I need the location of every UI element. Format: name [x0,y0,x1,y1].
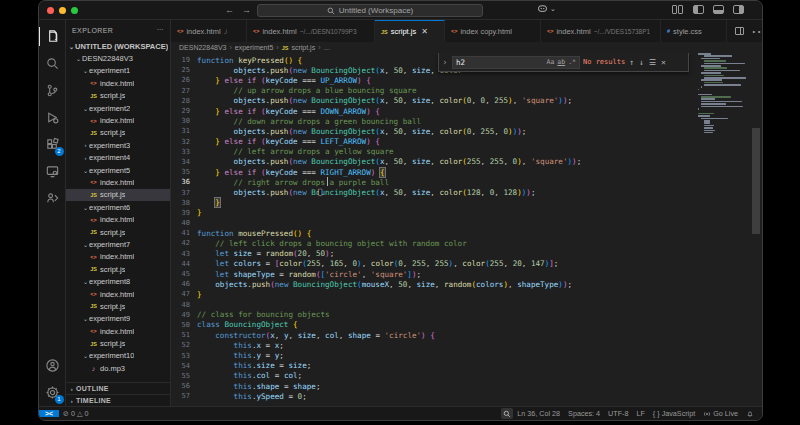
activity-live-share[interactable] [39,185,66,212]
code-editor[interactable]: 19function keyPressed() {25 objects.push… [171,53,762,406]
find-input[interactable]: h2 Aa ab .* [452,56,580,69]
breadcrumb[interactable]: DESN22848V3›experiment5›JSscript.js›… [171,42,762,53]
code-line[interactable]: 33 // left arrow drops a yellow square [171,147,700,157]
tab-close-icon[interactable]: ✕ [421,27,428,36]
code-line[interactable]: 56 this.shape = shape; [171,381,700,391]
tab-index-copy-html[interactable]: <>index copy.html [445,20,541,42]
nav-back-icon[interactable]: ← [225,5,234,15]
tab-style-css[interactable]: #style.css [661,20,727,42]
zoom-indicator[interactable] [501,408,513,419]
tab-index-html[interactable]: <>index.html~/.../DESN10799P3 [247,20,375,42]
activity-run-debug[interactable] [39,104,66,131]
tree-item-index-html[interactable]: <>index.html [66,176,170,188]
code-line[interactable]: 36 // right arrow drops a purple ball [171,177,700,187]
code-line[interactable]: 51 constructor(x, y, size, col, shape = … [171,330,700,340]
code-line[interactable]: 50class BouncingObject { [171,320,700,330]
code-area[interactable]: 19function keyPressed() {25 objects.push… [171,55,700,401]
tree-item-index-html[interactable]: <>index.html [66,325,170,337]
tree-item-index-html[interactable]: <>index.html [66,213,170,225]
minimize-window-button[interactable] [59,7,66,14]
tree-item-untitled-workspace-[interactable]: ⌄UNTITLED (WORKSPACE) [66,40,170,52]
tree-item-script-js[interactable]: JSscript.js [66,127,170,139]
toggle-panel-icon[interactable] [713,5,724,14]
find-close-icon[interactable]: ✕ [660,58,667,67]
copilot-menu[interactable]: ⌄ [537,4,556,14]
code-line[interactable]: 47} [171,289,700,299]
tab-index-html[interactable]: <>index.html./ [171,20,247,42]
find-expand-icon[interactable]: › [441,58,449,67]
code-line[interactable]: 54 this.size = size; [171,361,700,371]
tree-item-index-html[interactable]: <>index.html [66,77,170,89]
code-line[interactable]: 41function mousePressed() { [171,228,700,238]
notifications-button[interactable] [742,409,758,418]
code-line[interactable]: 48 [171,300,700,310]
outline-panel-header[interactable]: › OUTLINE [66,382,170,394]
tree-item-experiment10[interactable]: ⌄experiment10 [66,350,170,362]
breadcrumb-item[interactable]: script.js [291,44,315,51]
code-line[interactable]: 43 let size = random(20, 50); [171,249,700,259]
cursor-position[interactable]: Ln 36, Col 28 [513,409,564,418]
tree-item-experiment4[interactable]: ›experiment4 [66,152,170,164]
problems-indicator[interactable]: ⊘0 △0 [59,409,93,418]
toggle-primary-sidebar-icon[interactable] [693,5,704,14]
code-line[interactable]: 34 objects.push(new BouncingObject(x, 50… [171,157,700,167]
code-line[interactable]: 37 objects.push(new BouncingObject(x, 50… [171,187,700,197]
code-line[interactable]: 57 this.ySpeed = 0; [171,391,700,401]
code-line[interactable]: 52 this.x = x; [171,340,700,350]
find-previous-icon[interactable]: ↑ [628,58,635,67]
code-line[interactable]: 28 objects.push(new BouncingObject(x, 50… [171,96,700,106]
timeline-panel-header[interactable]: › TIMELINE [66,394,170,406]
command-center-search[interactable]: Untitled (Workspace) [257,4,483,17]
tree-item-experiment9[interactable]: ⌄experiment9 [66,313,170,325]
tree-item-script-js[interactable]: JSscript.js [66,90,170,102]
tab-more-actions-icon[interactable]: ⋯ [751,22,763,41]
customize-layout-icon[interactable] [672,5,684,14]
language-mode[interactable]: { } JavaScript [649,409,699,418]
tree-item-script-js[interactable]: JSscript.js [66,226,170,238]
code-line[interactable]: 32 } else if (keyCode === LEFT_ARROW) { [171,137,700,147]
find-in-selection-icon[interactable]: ☰ [648,58,657,67]
tree-item-script-js[interactable]: JSscript.js [66,337,170,349]
code-line[interactable]: 55 this.col = col; [171,371,700,381]
code-line[interactable]: 40 [171,218,700,228]
tree-item-desn22848v3[interactable]: ⌄DESN22848V3 [66,52,170,64]
tree-item-script-js[interactable]: JSscript.js [66,189,170,201]
tree-item-index-html[interactable]: <>index.html [66,288,170,300]
tab-script-js[interactable]: JSscript.js✕ [375,20,445,42]
tree-item-experiment3[interactable]: ›experiment3 [66,139,170,151]
maximize-window-button[interactable] [71,7,78,14]
code-line[interactable]: 53 this.y = y; [171,350,700,360]
breadcrumb-item[interactable]: DESN22848V3 [179,44,226,51]
breadcrumb-item[interactable]: … [324,44,331,51]
go-live-button[interactable]: Go Live [699,409,742,418]
tree-item-experiment8[interactable]: ⌄experiment8 [66,275,170,287]
activity-remote-explorer[interactable] [39,158,66,185]
find-next-icon[interactable]: ↓ [638,58,645,67]
encoding-setting[interactable]: UTF-8 [604,409,632,418]
minimap[interactable] [698,53,744,406]
code-line[interactable]: 31 objects.push(new BouncingObject(x, 50… [171,126,700,136]
tree-item-do-mp3[interactable]: ♪do.mp3 [66,362,170,374]
code-line[interactable]: 44 let colors = [color(255, 165, 0), col… [171,259,700,269]
toggle-secondary-sidebar-icon[interactable] [733,5,744,14]
settings-button[interactable]: 1 [39,379,66,406]
code-line[interactable]: 42 // left click drops a bouncing object… [171,238,700,248]
whole-word-toggle[interactable]: ab [557,58,565,66]
tree-item-script-js[interactable]: JSscript.js [66,300,170,312]
code-line[interactable]: 46 objects.push(new BouncingObject(mouse… [171,279,700,289]
close-window-button[interactable] [47,7,54,14]
split-editor-icon[interactable] [735,27,744,35]
tree-item-script-js[interactable]: JSscript.js [66,263,170,275]
tree-item-index-html[interactable]: <>index.html [66,251,170,263]
activity-explorer[interactable] [39,23,66,50]
code-line[interactable]: 35 } else if (keyCode === RIGHT_ARROW) { [171,167,700,177]
regex-toggle[interactable]: .* [568,58,576,66]
code-line[interactable]: 29 } else if (keyCode === DOWN_ARROW) { [171,106,700,116]
code-line[interactable]: 49// class for bouncing objects [171,310,700,320]
activity-source-control[interactable] [39,77,66,104]
activity-extensions[interactable]: 2 [39,131,66,158]
tree-item-experiment6[interactable]: ⌄experiment6 [66,201,170,213]
breadcrumb-item[interactable]: experiment5 [235,44,274,51]
code-line[interactable]: 26 } else if (keyCode === UP_ARROW) { [171,75,700,85]
code-line[interactable]: 38 } [171,198,700,208]
